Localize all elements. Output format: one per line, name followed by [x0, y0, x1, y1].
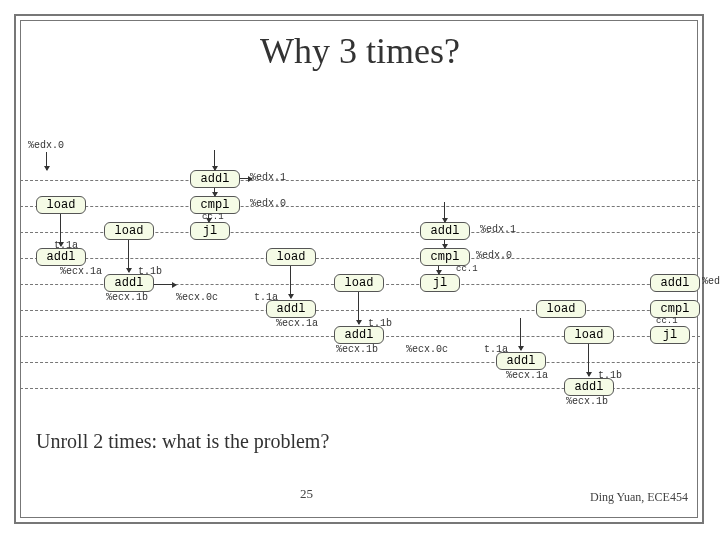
op-load: load: [36, 196, 86, 214]
op-addl: addl: [104, 274, 154, 292]
dep-arrow: [520, 318, 521, 350]
dep-arrow: [588, 344, 589, 376]
label-ecx1a: %ecx.1a: [506, 370, 548, 381]
label-ecx1a: %ecx.1a: [60, 266, 102, 277]
dep-arrow: [438, 266, 439, 274]
pipeline-diagram: %edx.0 addl %edx.1 load cmpl %edx.0 cc.1…: [0, 0, 720, 540]
op-addl: addl: [564, 378, 614, 396]
op-load: load: [104, 222, 154, 240]
op-load: load: [564, 326, 614, 344]
op-addl: addl: [496, 352, 546, 370]
slide-subtitle: Unroll 2 times: what is the problem?: [36, 430, 329, 453]
slide-credit: Ding Yuan, ECE454: [590, 490, 688, 505]
op-load: load: [536, 300, 586, 318]
dep-arrow: [154, 284, 176, 285]
dep-arrow: [214, 188, 215, 196]
op-jl: jl: [420, 274, 460, 292]
label-edx1: %edx.1: [250, 172, 286, 183]
op-load: load: [334, 274, 384, 292]
page-number: 25: [300, 486, 313, 502]
op-load: load: [266, 248, 316, 266]
label-cc1: cc.1: [656, 316, 678, 326]
cycle-line: [20, 180, 700, 181]
label-edx0: %edx.0: [476, 250, 512, 261]
dep-arrow: [208, 214, 209, 222]
label-edx1: %edx.1: [480, 224, 516, 235]
label-ecx1b: %ecx.1b: [106, 292, 148, 303]
cycle-line: [20, 362, 700, 363]
label-ecx1a: %ecx.1a: [276, 318, 318, 329]
label-cc1: cc.1: [456, 264, 478, 274]
op-addl: addl: [334, 326, 384, 344]
op-addl: addl: [420, 222, 470, 240]
cycle-line: [20, 258, 700, 259]
dep-arrow: [358, 292, 359, 324]
op-jl: jl: [190, 222, 230, 240]
label-edx: %edx.: [702, 276, 720, 287]
op-addl: addl: [36, 248, 86, 266]
label-edx0: %edx.0: [250, 198, 286, 209]
op-addl: addl: [650, 274, 700, 292]
dep-arrow: [46, 152, 47, 170]
dep-arrow: [240, 178, 252, 179]
dep-arrow: [290, 266, 291, 298]
label-ecx0c: %ecx.0c: [406, 344, 448, 355]
dep-arrow: [214, 150, 215, 170]
dep-arrow: [444, 240, 445, 248]
label-edx0: %edx.0: [28, 140, 64, 151]
label-ecx1b: %ecx.1b: [566, 396, 608, 407]
cycle-line: [20, 206, 700, 207]
op-jl: jl: [650, 326, 690, 344]
label-ecx1b: %ecx.1b: [336, 344, 378, 355]
cycle-line: [20, 310, 700, 311]
op-addl: addl: [266, 300, 316, 318]
label-ecx0c: %ecx.0c: [176, 292, 218, 303]
op-addl: addl: [190, 170, 240, 188]
dep-arrow: [444, 202, 445, 222]
dep-arrow: [128, 240, 129, 272]
dep-arrow: [60, 214, 61, 246]
